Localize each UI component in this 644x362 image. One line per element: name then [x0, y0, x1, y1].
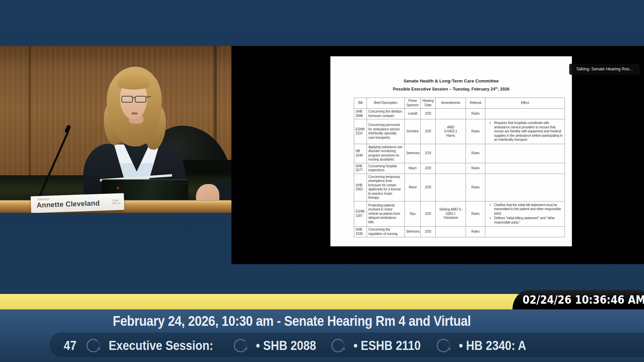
nameplate-district: 49th L.D.: [112, 202, 121, 204]
nameplate: Senator Annette Cleveland Chair 49th L.D…: [31, 193, 124, 213]
video-feed: Senator Annette Cleveland Chair 49th L.D…: [0, 46, 231, 213]
bills-table-body: SHB 2088Concerning the dietitian licensu…: [354, 109, 565, 237]
laptop-logo: [117, 187, 119, 189]
tvw-ring-icon: [331, 339, 345, 352]
tvw-ring-icon: [87, 339, 100, 352]
document-page: Senate Health & Long-Term Care Committee…: [330, 56, 572, 246]
ticker-item: 47: [64, 339, 76, 353]
timestamp-pod: 02/24/26 10:36:46 AM: [513, 290, 644, 309]
ticker-item: Executive Session:: [109, 339, 213, 353]
timestamp: 02/24/26 10:36:46 AM: [523, 293, 630, 306]
session-info: February 24, 2026, 10:30 am - Senate Hea…: [73, 313, 510, 329]
lower-third-band: February 24, 2026, 10:30 am - Senate Hea…: [0, 309, 644, 362]
table-row: SHB 2363Concerning temporary exemptions …: [354, 174, 565, 201]
tvw-ring-icon: [437, 339, 450, 352]
column-header: Brief Description: [367, 98, 405, 109]
effect-bullet: Clarifies that the initial bill statemen…: [494, 203, 563, 216]
column-header: Bill: [354, 98, 367, 109]
agenda-ticker: 47Executive Session:• SHB 2088• ESHB 211…: [64, 336, 543, 356]
talking-badge: Talking: Senate Hearing Roo...: [569, 64, 640, 75]
effect-bullet: Requires that hospitals coordinate with …: [494, 121, 563, 142]
ticker-item: • HB 2340: A: [459, 339, 526, 353]
column-header: Effect: [485, 98, 565, 109]
column-header: Prime Sponsor: [405, 98, 421, 109]
ticker-item: • ESHB 2110: [354, 339, 421, 353]
screen-share-area: Senate Health & Long-Term Care Committee…: [231, 46, 644, 264]
table-row: ESHB 1187Protecting patients involved in…: [354, 201, 565, 227]
document-subtitle: Possible Executive Session – Tuesday, Fe…: [330, 86, 572, 92]
table-row: SHB 2088Concerning the dietitian licensu…: [354, 109, 565, 119]
bills-table-header: BillBrief DescriptionPrime SponsorHearin…: [354, 98, 565, 109]
bills-table: BillBrief DescriptionPrime SponsorHearin…: [354, 98, 565, 237]
broadcast-screen: Senate Health & Long-Term Care Committee…: [0, 0, 644, 362]
table-row: ESHB 2110Concerning personnel for ambula…: [354, 119, 565, 144]
table-row: SHB 2577Concerning hospital inspections.…: [354, 163, 565, 174]
document-title: Senate Health & Long-Term Care Committee: [330, 78, 572, 83]
table-row: HB 2340Applying substance use disorder m…: [354, 144, 565, 163]
column-header: Referral: [466, 98, 485, 109]
tvw-ring-icon: [234, 339, 247, 352]
ticker-item: • SHB 2088: [256, 339, 316, 353]
effect-bullet: Defines "initial billing statement" and …: [494, 216, 563, 225]
column-header: Hearing Date: [421, 98, 436, 109]
table-row: SHB 2339Concerning the regulation of nur…: [354, 227, 565, 237]
column-header: Amendments: [436, 98, 466, 109]
nameplate-name: Annette Cleveland: [37, 199, 100, 209]
